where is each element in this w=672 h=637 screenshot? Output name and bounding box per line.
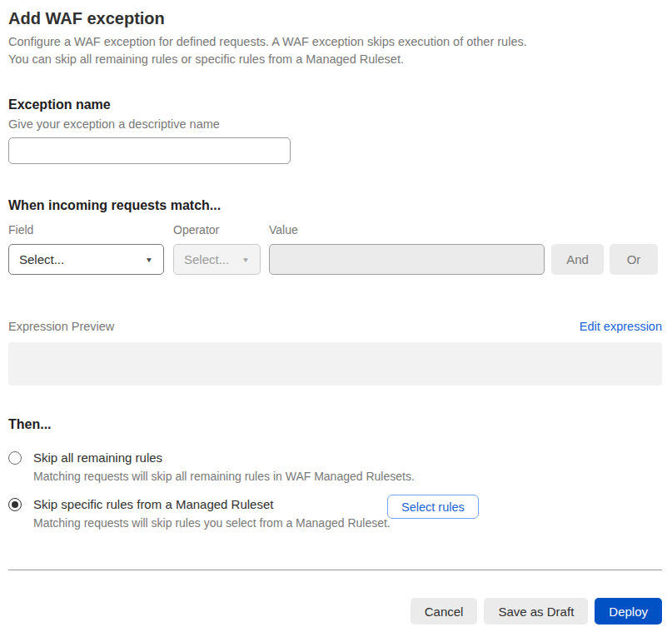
radio-option-label[interactable]: Skip all remaining rules	[33, 450, 415, 465]
field-select-value: Select...	[19, 252, 64, 266]
exception-name-heading: Exception name	[8, 97, 662, 112]
chevron-down-icon: ▼	[145, 256, 153, 263]
match-section: When incoming requests match... Field Op…	[8, 197, 662, 275]
radio-option-skip-specific: Skip specific rules from a Managed Rules…	[8, 497, 662, 530]
then-section: Then... Skip all remaining rules Matchin…	[8, 416, 662, 530]
radio-button[interactable]	[8, 498, 22, 511]
page-description-line2: You can skip all remaining rules or spec…	[8, 52, 404, 66]
footer-actions: Cancel Save as Draft Deploy	[8, 598, 662, 625]
radio-button[interactable]	[8, 451, 22, 465]
radio-option-skip-all: Skip all remaining rules Matching reques…	[8, 450, 662, 483]
exception-name-input[interactable]	[8, 137, 291, 164]
deploy-button[interactable]: Deploy	[595, 598, 662, 625]
or-button[interactable]: Or	[610, 244, 658, 275]
then-heading: Then...	[8, 416, 662, 432]
page-title: Add WAF exception	[8, 8, 662, 28]
expression-section: Expression Preview Edit expression	[8, 319, 662, 386]
exception-name-section: Exception name Give your exception a des…	[8, 97, 662, 164]
operator-select: Select... ▼	[173, 244, 261, 275]
edit-expression-link[interactable]: Edit expression	[580, 319, 662, 335]
radio-option-description: Matching requests will skip all remainin…	[33, 470, 415, 483]
expression-preview-box	[8, 342, 662, 386]
save-as-draft-button[interactable]: Save as Draft	[484, 598, 588, 625]
expression-header-row: Expression Preview Edit expression	[8, 319, 662, 335]
exception-name-helper: Give your exception a descriptive name	[8, 116, 662, 133]
value-input	[269, 244, 545, 275]
cancel-button[interactable]: Cancel	[411, 598, 478, 625]
add-waf-exception-form: Add WAF exception Configure a WAF except…	[0, 0, 672, 625]
field-select[interactable]: Select... ▼	[8, 244, 164, 275]
radio-dot	[12, 501, 18, 508]
page-description: Configure a WAF exception for defined re…	[8, 33, 662, 68]
field-label: Field	[8, 223, 173, 237]
radio-option-description: Matching requests will skip rules you se…	[33, 516, 391, 530]
value-label: Value	[269, 223, 298, 237]
chevron-down-icon: ▼	[241, 256, 250, 263]
footer-divider	[8, 570, 662, 570]
operator-select-value: Select...	[184, 252, 229, 266]
radio-option-texts: Skip specific rules from a Managed Rules…	[33, 497, 391, 530]
match-controls-row: Select... ▼ Select... ▼ And Or	[8, 244, 662, 275]
radio-option-label[interactable]: Skip specific rules from a Managed Rules…	[33, 497, 391, 512]
and-button[interactable]: And	[551, 244, 604, 275]
match-labels-row: Field Operator Value	[8, 223, 662, 237]
operator-label: Operator	[173, 223, 269, 237]
select-rules-button[interactable]: Select rules	[387, 495, 479, 519]
match-heading: When incoming requests match...	[8, 197, 662, 213]
expression-preview-label: Expression Preview	[8, 319, 114, 335]
radio-option-texts: Skip all remaining rules Matching reques…	[33, 450, 415, 483]
page-description-line1: Configure a WAF exception for defined re…	[8, 35, 527, 48]
